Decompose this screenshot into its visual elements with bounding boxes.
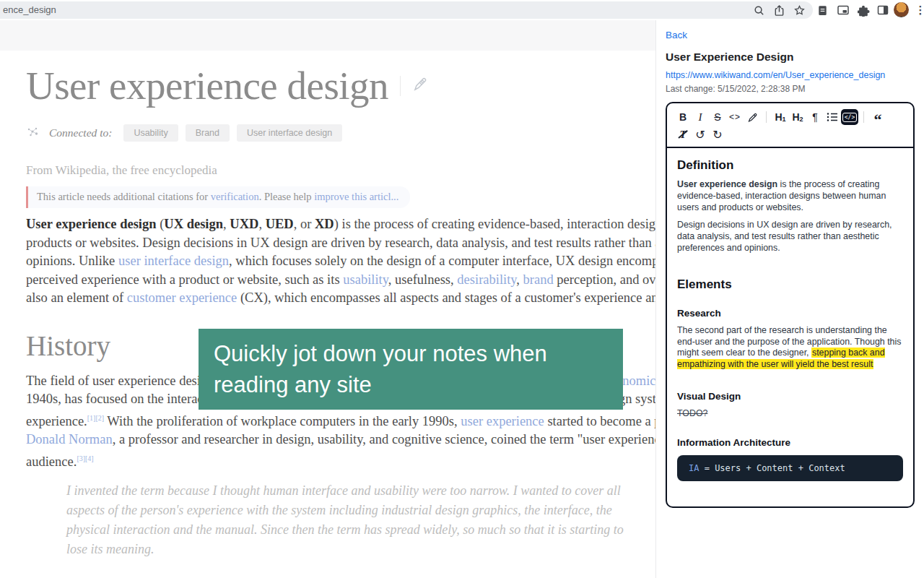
bold-text: XD <box>315 217 334 231</box>
text-segment: , or <box>294 217 315 231</box>
page-header-band <box>0 20 655 51</box>
article: User experience design <box>26 64 655 559</box>
note-editor-panel: B I S <> H1 H2 <box>666 102 915 508</box>
inline-link[interactable]: verification <box>211 191 259 202</box>
zoom-icon[interactable] <box>751 2 767 18</box>
share-icon[interactable] <box>771 2 787 18</box>
tag-brand[interactable]: Brand <box>186 124 230 142</box>
bold-text: UED <box>266 217 294 231</box>
extension-sidebar: Back User Experience Design https://www.… <box>655 20 924 578</box>
picture-in-picture-icon[interactable] <box>835 2 851 18</box>
toolbar-divider <box>863 111 864 123</box>
blockquote-button[interactable]: “ <box>869 109 886 125</box>
menu-dots-icon[interactable]: ⋮ <box>912 2 924 18</box>
browser-toolbar: ence_design <box>0 0 924 20</box>
strikethrough-button[interactable]: S <box>709 109 726 125</box>
connected-row: Connected to: Usability Brand User inter… <box>26 124 655 142</box>
reading-list-icon[interactable] <box>814 2 830 18</box>
screen: ence_design <box>0 0 924 578</box>
heading1-button[interactable]: H1 <box>772 109 789 125</box>
tag-usability[interactable]: Usability <box>123 124 178 142</box>
text-segment: , a professor and researcher in design, … <box>26 432 655 469</box>
text-segment: , <box>223 217 230 231</box>
note-content[interactable]: Definition User experience design is the… <box>667 148 913 490</box>
text-segment: , usefulness, <box>388 272 458 287</box>
text-segment: started to become a positive insight for… <box>544 414 655 428</box>
ia-code-block: IA = Users + Content + Context <box>677 455 903 481</box>
connections-icon <box>26 125 39 141</box>
code-variable: IA <box>689 463 699 473</box>
text-segment: , <box>516 272 523 287</box>
last-change-label: Last change: 5/15/2022, 2:28:38 PM <box>666 84 915 94</box>
bookmark-star-icon[interactable] <box>791 2 807 18</box>
bold-text: UX design <box>164 217 223 231</box>
clear-format-button[interactable]: T <box>674 126 692 142</box>
heading2-button[interactable]: H2 <box>789 109 806 125</box>
connected-label: Connected to: <box>49 126 112 139</box>
highlighter-pen-icon[interactable] <box>744 109 761 125</box>
redo-button[interactable]: ↻ <box>709 126 726 142</box>
note-url-link[interactable]: https://www.wikiwand.com/en/User_experie… <box>666 70 915 80</box>
avatar[interactable] <box>894 2 909 17</box>
visual-design-heading: Visual Design <box>677 391 903 402</box>
bold-text: User experience design <box>26 217 157 231</box>
inline-link[interactable]: user experience <box>461 414 544 428</box>
note-title: User Experience Design <box>666 51 915 64</box>
text-segment: = Users + Content + Context <box>699 463 845 473</box>
inline-link[interactable]: user interface design <box>118 254 229 268</box>
bold-button[interactable]: B <box>674 109 692 125</box>
text-segment: . Please help <box>259 191 315 202</box>
italic-button[interactable]: I <box>692 109 709 125</box>
definition-paragraph-1: User experience design is the process of… <box>677 179 903 213</box>
text-segment: ( <box>157 217 165 231</box>
inline-link[interactable]: improve this articl... <box>314 191 398 202</box>
research-paragraph: The second part of the research is under… <box>677 325 903 371</box>
citation-notice: This article needs additional citations … <box>26 186 410 208</box>
definition-paragraph-2: Design decisions in UX design are driven… <box>677 220 903 254</box>
title-divider <box>400 76 401 96</box>
inline-code-button[interactable]: <> <box>726 109 744 125</box>
web-page: User experience design <box>0 20 655 578</box>
information-architecture-heading: Information Architecture <box>677 437 903 448</box>
intro-paragraph: User experience design (UX design, UXD, … <box>26 215 655 308</box>
bold-text: User experience design <box>677 179 777 189</box>
blockquote: I invented the term because I thought hu… <box>66 481 644 559</box>
extensions-puzzle-icon[interactable] <box>855 2 871 18</box>
text-segment: , <box>258 217 265 231</box>
edit-pencil-icon[interactable] <box>412 77 428 95</box>
editor-toolbar: B I S <> H1 H2 <box>667 103 913 148</box>
side-panel-icon[interactable] <box>875 2 891 18</box>
text-segment: This article needs additional citations … <box>37 191 211 202</box>
inline-link[interactable]: customer experience <box>127 290 237 305</box>
source-line: From Wikipedia, the free encyclopedia <box>26 163 655 178</box>
citation-ref[interactable]: [1][2] <box>87 414 104 422</box>
toolbar-divider <box>766 111 767 123</box>
undo-button[interactable]: ↺ <box>692 126 709 142</box>
text-segment: (CX), which encompasses all aspects and … <box>237 290 655 305</box>
bold-text: UXD <box>230 217 258 231</box>
address-bar[interactable]: ence_design <box>0 1 813 19</box>
elements-heading: Elements <box>677 277 903 292</box>
bullet-list-button[interactable] <box>824 109 841 125</box>
inline-link[interactable]: brand <box>523 272 554 287</box>
inline-link[interactable]: usability <box>343 272 388 287</box>
citation-ref[interactable]: [3][4] <box>77 454 93 462</box>
inline-link[interactable]: desirability <box>457 272 516 287</box>
tag-user-interface-design[interactable]: User interface design <box>237 124 342 142</box>
research-heading: Research <box>677 308 903 319</box>
paragraph-button[interactable]: ¶ <box>806 109 824 125</box>
todo-strikethrough: TODO? <box>677 408 903 418</box>
page-title: User experience design <box>26 64 388 108</box>
promo-banner: Quickly jot down your notes when reading… <box>199 329 623 410</box>
text-segment: With the proliferation of workplace comp… <box>104 414 461 428</box>
back-link[interactable]: Back <box>666 30 687 40</box>
inline-link[interactable]: Donald Norman <box>26 432 113 447</box>
definition-heading: Definition <box>677 158 903 173</box>
code-block-button[interactable]: </> <box>841 109 858 125</box>
address-text: ence_design <box>3 4 56 15</box>
